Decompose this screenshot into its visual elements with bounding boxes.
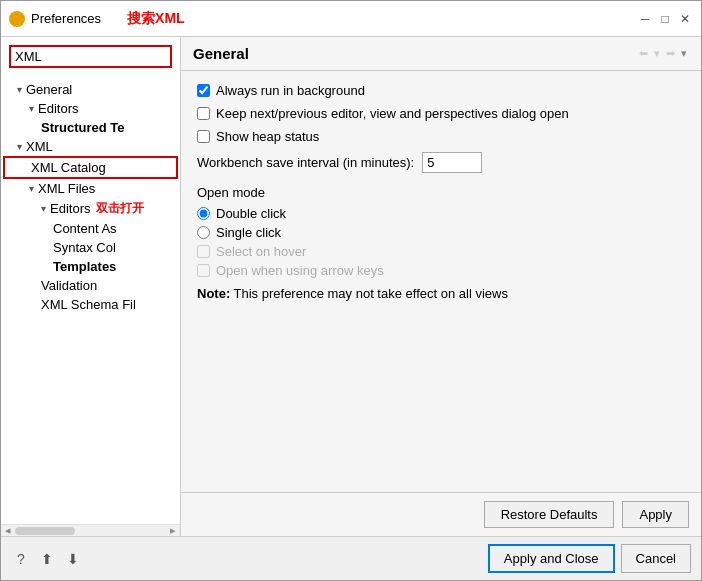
chevron-icon: ▾	[17, 84, 22, 95]
workbench-row: Workbench save interval (in minutes):	[197, 152, 685, 173]
sidebar-item-label: Structured Te	[41, 120, 125, 135]
scroll-right-btn[interactable]: ▸	[170, 524, 176, 536]
maximize-button[interactable]: □	[657, 11, 673, 27]
keep-next-row: Keep next/previous editor, view and pers…	[197, 106, 685, 121]
sidebar-item-label: Editors	[38, 101, 78, 116]
export-icon[interactable]: ⬇	[63, 549, 83, 569]
note-body: This preference may not take effect on a…	[234, 286, 508, 301]
search-annotation: 搜索XML	[127, 10, 185, 28]
search-box[interactable]: ✕	[9, 45, 172, 68]
sidebar-item-label: XML Schema Fil	[41, 297, 136, 312]
always-run-label: Always run in background	[216, 83, 365, 98]
nav-menu-button[interactable]: ▾	[679, 45, 689, 62]
right-bottom-buttons: Restore Defaults Apply	[181, 492, 701, 536]
apply-and-close-button[interactable]: Apply and Close	[488, 544, 615, 573]
chevron-icon: ▾	[41, 203, 46, 214]
workbench-label: Workbench save interval (in minutes):	[197, 155, 414, 170]
open-mode-radio-group: Double click Single click Select on hove…	[197, 206, 685, 278]
sidebar-item-xml[interactable]: ▾ XML	[1, 137, 180, 156]
sidebar-item-xml-files[interactable]: ▾ XML Files	[1, 179, 180, 198]
nav-back-button[interactable]: ⬅	[637, 45, 650, 62]
note-bold: Note:	[197, 286, 230, 301]
sidebar-item-label: Syntax Col	[53, 240, 116, 255]
scrollbar-thumb[interactable]	[15, 527, 75, 535]
single-click-label: Single click	[216, 225, 281, 240]
main-area: ✕ ↙ ▾ General ▾ Editors Structured Te ▾ …	[1, 37, 701, 536]
sidebar-item-label: Content As	[53, 221, 117, 236]
keep-next-label: Keep next/previous editor, view and pers…	[216, 106, 569, 121]
app-icon	[9, 11, 25, 27]
window-controls: ─ □ ✕	[637, 11, 693, 27]
keep-next-checkbox[interactable]	[197, 107, 210, 120]
sidebar-item-xml-catalog[interactable]: XML Catalog	[3, 156, 178, 179]
always-run-row: Always run in background	[197, 83, 685, 98]
single-click-row: Single click	[197, 225, 685, 240]
restore-defaults-button[interactable]: Restore Defaults	[484, 501, 615, 528]
select-on-hover-row: Select on hover	[197, 244, 685, 259]
show-heap-checkbox[interactable]	[197, 130, 210, 143]
sidebar-item-editors2[interactable]: ▾ Editors 双击打开	[1, 198, 180, 219]
section-title: General	[193, 45, 249, 62]
footer-buttons: Apply and Close Cancel	[488, 544, 691, 573]
footer-icons: ? ⬆ ⬇	[11, 549, 83, 569]
sidebar-item-general[interactable]: ▾ General	[1, 80, 180, 99]
sidebar-item-label: Validation	[41, 278, 97, 293]
sidebar-item-templates[interactable]: Templates	[1, 257, 180, 276]
open-arrow-keys-label: Open when using arrow keys	[216, 263, 384, 278]
open-arrow-keys-checkbox	[197, 264, 210, 277]
sidebar-item-label: XML Files	[38, 181, 95, 196]
import-icon[interactable]: ⬆	[37, 549, 57, 569]
sidebar-item-structured-te[interactable]: Structured Te	[1, 118, 180, 137]
right-content: Always run in background Keep next/previ…	[181, 71, 701, 492]
double-click-radio[interactable]	[197, 207, 210, 220]
single-click-radio[interactable]	[197, 226, 210, 239]
double-click-row: Double click	[197, 206, 685, 221]
sidebar-item-validation[interactable]: Validation	[1, 276, 180, 295]
nav-forward-button[interactable]: ➡	[664, 45, 677, 62]
help-icon[interactable]: ?	[11, 549, 31, 569]
titlebar: Preferences 搜索XML ─ □ ✕	[1, 1, 701, 37]
double-click-label: Double click	[216, 206, 286, 221]
cancel-button[interactable]: Cancel	[621, 544, 691, 573]
left-panel-scrollbar[interactable]: ◂ ▸	[1, 524, 180, 536]
right-header: General ⬅ ▾ ➡ ▾	[181, 37, 701, 71]
select-on-hover-label: Select on hover	[216, 244, 306, 259]
always-run-checkbox[interactable]	[197, 84, 210, 97]
left-panel: ✕ ↙ ▾ General ▾ Editors Structured Te ▾ …	[1, 37, 181, 536]
sidebar-item-syntax-col[interactable]: Syntax Col	[1, 238, 180, 257]
note-text: Note: This preference may not take effec…	[197, 286, 685, 301]
apply-button[interactable]: Apply	[622, 501, 689, 528]
minimize-button[interactable]: ─	[637, 11, 653, 27]
scroll-left-btn[interactable]: ◂	[5, 524, 11, 536]
chevron-icon: ▾	[29, 183, 34, 194]
sidebar-item-label: Templates	[53, 259, 116, 274]
sidebar-item-label: XML	[26, 139, 53, 154]
window-title: Preferences	[31, 11, 101, 26]
nav-dropdown-button[interactable]: ▾	[652, 45, 662, 62]
show-heap-row: Show heap status	[197, 129, 685, 144]
sidebar-item-label: XML Catalog	[31, 160, 106, 175]
close-button[interactable]: ✕	[677, 11, 693, 27]
sidebar-item-xml-schema-fil[interactable]: XML Schema Fil	[1, 295, 180, 314]
search-input[interactable]	[15, 49, 181, 64]
chevron-icon: ▾	[29, 103, 34, 114]
double-click-annotation: 双击打开	[96, 200, 144, 217]
titlebar-left: Preferences 搜索XML	[9, 10, 185, 28]
sidebar-item-label: General	[26, 82, 72, 97]
sidebar-item-editors[interactable]: ▾ Editors	[1, 99, 180, 118]
sidebar-item-content-as[interactable]: Content As	[1, 219, 180, 238]
chevron-icon: ▾	[17, 141, 22, 152]
workbench-input[interactable]	[422, 152, 482, 173]
show-heap-label: Show heap status	[216, 129, 319, 144]
navigation-tree: ▾ General ▾ Editors Structured Te ▾ XML …	[1, 76, 180, 524]
open-mode-label: Open mode	[197, 185, 685, 200]
right-panel: General ⬅ ▾ ➡ ▾ Always run in background…	[181, 37, 701, 536]
nav-arrows: ⬅ ▾ ➡ ▾	[637, 45, 689, 62]
open-arrow-keys-row: Open when using arrow keys	[197, 263, 685, 278]
sidebar-item-label: Editors	[50, 201, 90, 216]
footer: ? ⬆ ⬇ Apply and Close Cancel	[1, 536, 701, 580]
select-on-hover-checkbox	[197, 245, 210, 258]
